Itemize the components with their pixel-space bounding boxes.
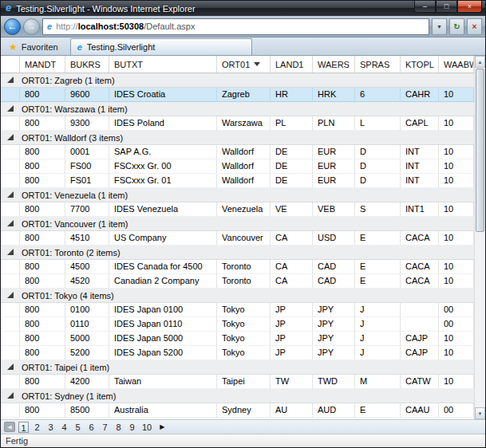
close-icon: × — [468, 2, 472, 10]
table-row[interactable]: 8009300IDES PolandWarszawaPLPLNLCAPL10 — [1, 116, 474, 131]
table-row[interactable]: 8009600IDES CroatiaZagrebHRHRK6CAHR10 — [1, 88, 474, 102]
collapse-expander-icon[interactable] — [7, 364, 14, 370]
close-button[interactable]: × — [457, 1, 482, 13]
column-header-spras[interactable]: SPRAS — [355, 56, 401, 73]
cell-waers: EUR — [313, 145, 355, 159]
collapse-expander-icon[interactable] — [7, 77, 14, 83]
page-button-8[interactable]: 8 — [113, 422, 124, 433]
column-header-land1[interactable]: LAND1 — [271, 56, 313, 73]
row-indent-cell — [1, 202, 20, 217]
table-row[interactable]: 8007700IDES VenezuelaVenezuelaVEVEBSINT1… — [1, 202, 474, 217]
cell-ktopl: CACA — [401, 274, 439, 289]
page-button-5[interactable]: 5 — [73, 422, 83, 433]
cell-ort01: Toronto — [217, 260, 271, 274]
table-row[interactable]: 800FS00FSCxxx Gr. 00WalldorfDEEURDINT10 — [1, 159, 474, 174]
table-row[interactable]: 8004510US CompanyVancouverCAUSDECACA10 — [1, 231, 474, 246]
collapse-expander-icon[interactable] — [7, 292, 14, 298]
collapse-expander-icon[interactable] — [7, 249, 14, 255]
cell-mandt: 800 — [20, 274, 65, 289]
address-dropdown-button[interactable]: ▼ — [432, 18, 447, 35]
vertical-scrollbar[interactable]: ▲ ▼ — [474, 56, 485, 419]
table-row[interactable]: 8004200TaiwanTaipeiTWTWDMCATW10 — [1, 375, 474, 389]
table-row[interactable]: 8005000IDES Japan 5000TokyoJPJPYJCAJP10 — [1, 332, 474, 346]
cell-spras: D — [355, 174, 401, 188]
cell-waabw: 10 — [439, 274, 474, 289]
column-header-mandt[interactable]: MANDT — [20, 56, 65, 73]
column-header-waabw[interactable]: WAABW — [439, 56, 474, 73]
previous-page-button[interactable]: ◀ — [4, 422, 15, 432]
page-button-6[interactable]: 6 — [86, 422, 97, 433]
address-bar[interactable]: e http://localhost:50308/Default.aspx — [42, 18, 429, 35]
cell-land1: CA — [271, 274, 313, 289]
page-button-2[interactable]: 2 — [32, 422, 42, 433]
url-host: localhost:50308 — [78, 22, 144, 31]
cell-waabw: 10 — [439, 332, 474, 346]
group-header-row[interactable]: ORT01: Vancouver (1 item) — [1, 217, 474, 231]
status-text: Fertig — [6, 436, 28, 446]
table-row[interactable]: 8008500AustraliaSydneyAUAUDECAAU00 — [1, 403, 474, 418]
group-header-row[interactable]: ORT01: Walldorf (3 items) — [1, 131, 474, 145]
page-button-1[interactable]: 1 — [18, 422, 29, 433]
group-header-row[interactable]: ORT01: Venezuela (1 item) — [1, 188, 474, 202]
scroll-up-button[interactable]: ▲ — [475, 56, 485, 68]
cell-land1: PL — [271, 116, 313, 131]
previous-page-icon: ◀ — [7, 424, 11, 430]
cell-waabw: 10 — [439, 375, 474, 389]
refresh-button[interactable]: ↻ — [449, 18, 464, 35]
group-header-row[interactable]: ORT01: Sydney (1 item) — [1, 389, 474, 403]
table-row[interactable]: 8000110IDES Japan 0110TokyoJPJPYJ00 — [1, 317, 474, 332]
collapse-expander-icon[interactable] — [7, 392, 14, 399]
minimize-button[interactable]: – — [414, 1, 436, 13]
column-header-bukrs[interactable]: BUKRS — [65, 56, 109, 73]
cell-mandt: 800 — [20, 88, 65, 102]
favorites-button[interactable]: ★ Favoriten — [3, 39, 64, 55]
collapse-expander-icon[interactable] — [7, 220, 14, 226]
column-header-waers[interactable]: WAERS — [313, 56, 355, 73]
scrollbar-track[interactable] — [475, 68, 485, 407]
page-button-9[interactable]: 9 — [127, 422, 137, 433]
table-row[interactable]: 8004500IDES Canada for 4500TorontoCACADE… — [1, 260, 474, 274]
next-page-button[interactable]: ▶ — [156, 422, 168, 432]
stop-button[interactable]: × — [467, 18, 482, 35]
cell-ktopl: CAPL — [401, 116, 439, 131]
forward-button[interactable]: → — [23, 18, 40, 35]
table-row[interactable]: 800FS01FSCxxx Gr. 01WalldorfDEEURDINT10 — [1, 174, 474, 188]
data-pager: ◀ 12345678910 ▶ — [1, 419, 485, 434]
table-row[interactable]: 8000001SAP A.G.WalldorfDEEURDINT10 — [1, 145, 474, 159]
collapse-expander-icon[interactable] — [7, 105, 14, 112]
table-row[interactable]: 8005200IDES Japan 5200TokyoJPJPYJCAJP10 — [1, 346, 474, 360]
cell-land1: DE — [271, 174, 313, 188]
scroll-down-button[interactable]: ▼ — [475, 407, 485, 419]
page-button-4[interactable]: 4 — [59, 422, 69, 433]
maximize-button[interactable]: □ — [436, 1, 457, 13]
column-header-butxt[interactable]: BUTXT — [109, 56, 217, 73]
group-header-row[interactable]: ORT01: Taipei (1 item) — [1, 360, 474, 375]
collapse-expander-icon[interactable] — [7, 134, 14, 140]
back-button[interactable]: ← — [4, 18, 21, 35]
cell-waers: AUD — [313, 403, 355, 418]
scrollbar-thumb[interactable] — [476, 69, 484, 232]
group-header-row[interactable]: ORT01: Warszawa (1 item) — [1, 102, 474, 116]
group-header-row[interactable]: ORT01: Tokyo (4 items) — [1, 289, 474, 303]
page-button-7[interactable]: 7 — [100, 422, 110, 433]
column-header-label: SPRAS — [360, 60, 389, 69]
row-indent-cell — [1, 88, 20, 102]
row-indent-cell — [1, 346, 20, 360]
cell-waers: VEB — [313, 202, 355, 217]
column-header-label: ORT01 — [222, 60, 250, 69]
table-row[interactable]: 8004520Canadian 2 CompanyTorontoCACADECA… — [1, 274, 474, 289]
table-row[interactable]: 8000100IDES Japan 0100TokyoJPJPYJ00 — [1, 303, 474, 317]
column-header-ktopl[interactable]: KTOPL — [401, 56, 439, 73]
group-header-row[interactable]: ORT01: Toronto (2 items) — [1, 246, 474, 260]
column-header-ort01[interactable]: ORT01 — [217, 56, 271, 73]
row-indent-cell — [1, 260, 20, 274]
cell-butxt: FSCxxx Gr. 00 — [109, 159, 217, 174]
page-button-10[interactable]: 10 — [140, 422, 153, 433]
cell-waabw: 00 — [439, 403, 474, 418]
collapse-expander-icon[interactable] — [7, 191, 14, 198]
cell-bukrs: 4520 — [65, 274, 109, 289]
group-header-row[interactable]: ORT01: Zagreb (1 item) — [1, 73, 474, 88]
page-button-3[interactable]: 3 — [45, 422, 56, 433]
tab-testing-silverlight[interactable]: e Testing.Silverlight — [70, 38, 252, 55]
cell-waers: EUR — [313, 174, 355, 188]
